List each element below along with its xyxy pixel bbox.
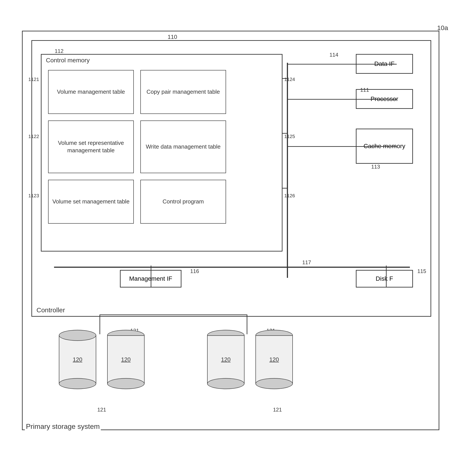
vol-mgmt-table: Volume management table: [48, 70, 134, 114]
write-data-table: Write data management table: [140, 120, 226, 173]
system-box: Primary storage system 110 Controller Co…: [22, 31, 439, 430]
disk-groups-connector-top: [100, 314, 247, 315]
disk-unit-4: 120: [255, 330, 295, 389]
control-memory-label: Control memory: [46, 57, 90, 64]
connector-processor: [287, 99, 397, 100]
disk-unit-3: 120: [207, 330, 247, 389]
volset-rep-table: Volume set representative management tab…: [48, 120, 134, 173]
ref-117: 117: [302, 259, 311, 266]
bus-to-disk-left: [100, 314, 100, 334]
disk-unit-2: 120: [107, 330, 147, 389]
disk-f-box: Disk F: [356, 270, 413, 288]
ref-116: 116: [190, 268, 199, 274]
ref-121-bottom-left: 121: [97, 407, 106, 413]
ref-111: 111: [360, 87, 369, 93]
bus-to-diskf: [386, 266, 387, 288]
ref-1125: 1125: [284, 134, 295, 139]
bus-to-disk-right: [247, 314, 247, 334]
disk-unit-1: 120: [59, 330, 98, 389]
copy-pair-table: Copy pair management table: [140, 70, 226, 114]
ref-1123: 1123: [28, 193, 39, 199]
ref-114: 114: [329, 52, 338, 58]
ref-110: 110: [168, 33, 177, 40]
connector-row2: [283, 133, 288, 134]
main-bus: [54, 267, 410, 268]
diagram-container: 10a Primary storage system 110 Controlle…: [22, 17, 453, 448]
volset-mgmt-table: Volume set management table: [48, 180, 134, 224]
ref-1124: 1124: [284, 77, 295, 82]
ref-121-bottom-right: 121: [273, 407, 282, 413]
connector-cache: [287, 146, 397, 147]
bus-to-mgmtif: [151, 266, 151, 288]
ref-115: 115: [417, 268, 426, 274]
ref-1121: 1121: [28, 77, 39, 82]
ref-1126: 1126: [284, 193, 295, 199]
ref-113: 113: [371, 164, 380, 170]
control-memory-box: Control memory 112 Volume management tab…: [41, 54, 283, 252]
control-prog-box: Control program: [140, 180, 226, 224]
ref-10a: 10a: [437, 24, 448, 32]
connector-row3: [283, 188, 288, 189]
system-label: Primary storage system: [25, 422, 101, 431]
bus-vertical: [287, 63, 288, 278]
connector-data-if: [287, 64, 397, 65]
controller-box: Controller Control memory 112 Volume man…: [31, 40, 431, 317]
ref-1122: 1122: [28, 134, 39, 139]
ref-112: 112: [55, 48, 64, 54]
controller-label: Controller: [36, 306, 65, 314]
connector-row1: [283, 78, 288, 79]
